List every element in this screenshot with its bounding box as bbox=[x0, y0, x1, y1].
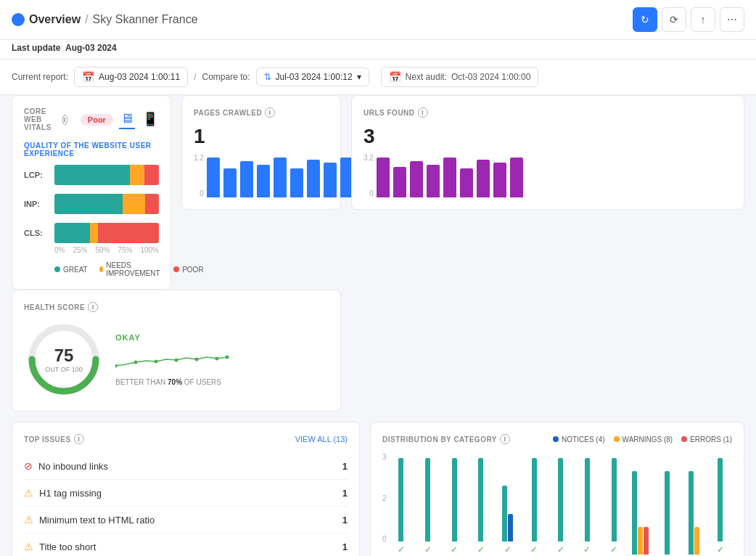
mobile-icon[interactable]: 📱 bbox=[141, 110, 160, 129]
cwv-info-icon[interactable]: i bbox=[62, 115, 67, 125]
svg-point-18 bbox=[215, 356, 219, 360]
check-mark: ✓ bbox=[398, 544, 405, 555]
dist-bar-group: ✓ bbox=[416, 458, 440, 555]
warning-icon: ⚠ bbox=[24, 514, 33, 526]
seg-red bbox=[145, 194, 159, 214]
dist-bar-teal bbox=[689, 471, 694, 555]
issue-left: ⊘No inbound links bbox=[24, 460, 108, 472]
dist-bar-blue bbox=[508, 514, 513, 541]
pc-scale: 1.2 0 bbox=[194, 154, 204, 197]
hs-info-icon[interactable]: i bbox=[88, 302, 98, 312]
uf-info-icon[interactable]: i bbox=[418, 107, 428, 118]
hs-donut-center: 75 OUT OF 100 bbox=[45, 346, 82, 373]
dist-legend-item: NOTICES (4) bbox=[553, 436, 604, 443]
dist-bar-group: ✓ bbox=[496, 458, 519, 555]
pc-info-icon[interactable]: i bbox=[265, 107, 275, 118]
legend-dot bbox=[99, 266, 104, 272]
hs-pct: 70% bbox=[168, 378, 182, 386]
dist-legend-label: NOTICES (4) bbox=[562, 436, 604, 443]
issue-left: ⚠H1 tag missing bbox=[24, 487, 102, 499]
stacked-bar bbox=[54, 194, 159, 214]
cwv-subtitle: QUALITY OF THE WEBSITE USER EXPERIENCE bbox=[24, 142, 159, 158]
check-mark: ✓ bbox=[424, 544, 432, 555]
export-button[interactable]: ↑ bbox=[691, 7, 715, 32]
dist-bar-orange bbox=[638, 527, 643, 555]
stacked-bar bbox=[54, 165, 159, 185]
breadcrumb-page: Sky Skanner France bbox=[93, 13, 198, 26]
seg-green bbox=[54, 223, 90, 243]
dist-legend-item: ERRORS (1) bbox=[681, 436, 732, 443]
current-report-select[interactable]: 📅 Aug-03 2024 1:00:11 bbox=[74, 67, 188, 87]
bar bbox=[274, 158, 287, 197]
dist-bar-group bbox=[628, 471, 652, 555]
hs-footer: BETTER THAN 70% OF USERS bbox=[115, 378, 329, 386]
share-button[interactable]: ⟳ bbox=[662, 7, 686, 32]
bar bbox=[427, 165, 440, 197]
legend-item: NEEDS IMPROVEMENT bbox=[99, 261, 162, 277]
current-report-date: Aug-03 2024 1:00:11 bbox=[99, 72, 180, 82]
uf-value: 3 bbox=[363, 125, 732, 148]
next-audit-label: Next audit: bbox=[406, 72, 447, 82]
issue-text: No inbound links bbox=[38, 461, 108, 472]
check-mark: ✓ bbox=[557, 544, 564, 555]
header: Overview / Sky Skanner France ↻ ⟳ ↑ ⋯ bbox=[0, 0, 756, 40]
dist-bars-row bbox=[558, 458, 563, 541]
cwv-metric-bars: LCP:INP:CLS: bbox=[24, 165, 159, 243]
dist-bars-row bbox=[398, 458, 403, 541]
more-button[interactable]: ⋯ bbox=[720, 7, 744, 32]
desktop-icon[interactable]: 🖥 bbox=[119, 110, 135, 129]
dist-bar-teal bbox=[425, 458, 430, 541]
bar bbox=[257, 165, 270, 197]
cwv-axis: 0% 25% 50% 75% 100% bbox=[54, 246, 159, 254]
hs-sparkline bbox=[115, 348, 231, 373]
refresh-button[interactable]: ↻ bbox=[633, 7, 657, 32]
dist-bars-row bbox=[502, 458, 513, 541]
metric-name: CLS: bbox=[24, 229, 47, 237]
cwv-legend: GREATNEEDS IMPROVEMENTPOOR bbox=[54, 261, 159, 277]
dist-bars: ✓✓✓✓✓✓✓✓✓✓ bbox=[390, 453, 732, 555]
current-report-label: Current report: bbox=[12, 72, 68, 82]
dist-dot bbox=[681, 436, 687, 442]
hs-label: OKAY bbox=[115, 333, 329, 342]
cwv-main-card: CORE WEB VITALS i Poor 🖥 📱 QUALITY OF TH… bbox=[12, 95, 171, 290]
legend-dot bbox=[173, 266, 179, 272]
ti-info-icon[interactable]: i bbox=[74, 434, 84, 444]
health-content: 75 OUT OF 100 OKAY bbox=[24, 319, 329, 399]
dist-bar-teal bbox=[478, 458, 483, 541]
breadcrumb-sep: / bbox=[85, 13, 88, 26]
breadcrumb-overview: Overview bbox=[29, 13, 81, 26]
warning-icon: ⚠ bbox=[24, 487, 33, 499]
dist-bar-teal bbox=[532, 458, 537, 541]
issue-count: 1 bbox=[342, 515, 348, 526]
pc-value: 1 bbox=[194, 125, 329, 148]
next-audit: 📅 Next audit: Oct-03 2024 1:00:00 bbox=[381, 67, 539, 87]
cwv-badge: Poor bbox=[81, 114, 113, 126]
check-mark: ✓ bbox=[717, 544, 724, 555]
hs-right: OKAY BETTER THAN 70% OF USERS bbox=[115, 333, 329, 386]
dist-info-icon[interactable]: i bbox=[500, 434, 510, 444]
dist-header: DISTRIBUTION BY CATEGORY i NOTICES (4)WA… bbox=[382, 434, 732, 444]
bar bbox=[493, 163, 506, 197]
check-mark: ✓ bbox=[530, 544, 538, 555]
dist-bar-group: ✓ bbox=[708, 458, 732, 555]
dist-bar-group bbox=[655, 471, 679, 555]
bar bbox=[324, 163, 337, 197]
pages-crawled-card2: PAGES CRAWLED i 1 1.2 0 bbox=[181, 95, 341, 210]
uf-scale: 3.2 0 bbox=[363, 154, 374, 197]
legend-label: POOR bbox=[182, 266, 203, 274]
view-all-link[interactable]: VIEW ALL (13) bbox=[295, 435, 348, 443]
svg-point-19 bbox=[226, 355, 229, 359]
compare-report-select[interactable]: ⇅ Jul-03 2024 1:00:12 ▾ bbox=[256, 68, 369, 86]
bar bbox=[410, 161, 423, 197]
legend-label: NEEDS IMPROVEMENT bbox=[106, 261, 162, 277]
dist-bar-teal bbox=[632, 471, 637, 555]
seg-green bbox=[54, 165, 130, 185]
check-mark: ✓ bbox=[477, 544, 485, 555]
dist-bars-row bbox=[689, 471, 699, 555]
dist-dot bbox=[553, 436, 559, 442]
report-separator: / bbox=[194, 72, 196, 82]
chevron-down-icon: ▾ bbox=[357, 72, 361, 82]
check-mark: ✓ bbox=[504, 544, 511, 555]
next-audit-icon: 📅 bbox=[389, 71, 401, 83]
dist-bar-orange bbox=[694, 527, 699, 555]
